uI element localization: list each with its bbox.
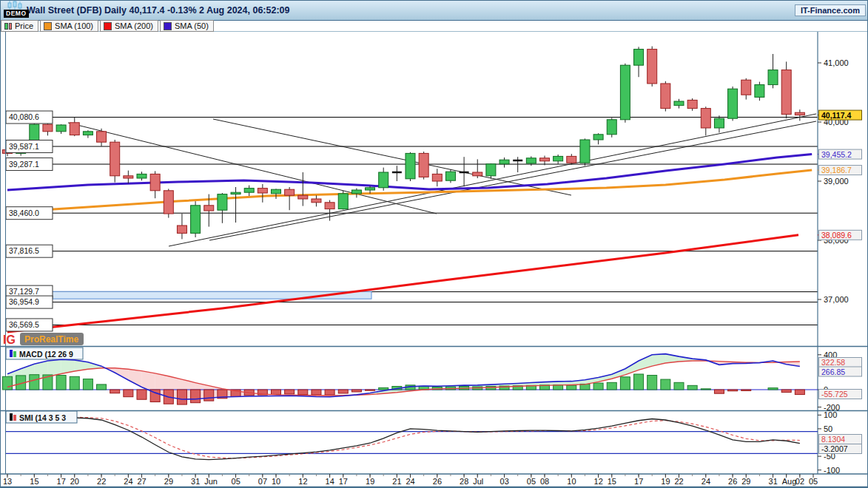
x-axis-label: 02: [795, 477, 804, 486]
macd-histogram-bar: [795, 390, 804, 395]
macd-histogram-bar: [177, 390, 186, 404]
macd-histogram-bar: [30, 375, 39, 390]
sma100-swatch-icon: [44, 22, 52, 30]
macd-histogram-bar: [634, 374, 644, 390]
svg-text:ProRealTime: ProRealTime: [24, 334, 78, 345]
svg-text:-100: -100: [824, 466, 840, 475]
x-axis-label: 22: [675, 477, 684, 486]
x-axis-label: 05: [232, 477, 240, 486]
x-axis-label: 07: [258, 477, 267, 486]
chart-title: Wall Street (DFB) Daily 40,117.4 -0.13% …: [27, 5, 290, 16]
x-axis-label: 08: [540, 477, 549, 486]
app-logo: DEMO: [0, 0, 25, 20]
macd-histogram-bar: [272, 390, 281, 394]
x-axis-label: 10: [567, 477, 576, 486]
macd-histogram-bar: [741, 390, 751, 390]
x-axis-label: 05: [809, 477, 818, 486]
x-axis-label: 24: [406, 477, 415, 486]
smi-label: SMI (14 3 5 3: [19, 413, 66, 422]
x-axis-label: 19: [366, 477, 374, 486]
x-axis-label: 24: [124, 477, 132, 486]
macd-histogram-bar: [714, 390, 724, 393]
x-axis-label: Aug: [782, 477, 797, 486]
svg-text:-55.725: -55.725: [821, 390, 848, 399]
macd-histogram-bar: [781, 390, 791, 393]
svg-text:37,000: 37,000: [824, 295, 849, 304]
macd-histogram-bar: [607, 382, 616, 390]
macd-histogram-bar: [3, 376, 13, 390]
indicator-legend: Price SMA (100) SMA (200) SMA (50): [1, 20, 214, 32]
x-axis-label: 22: [97, 477, 106, 486]
x-axis-label: 20: [70, 477, 79, 486]
site-link[interactable]: IT-Finance.com: [795, 4, 866, 16]
price-chart-canvas[interactable]: 40,080.639,587.139,287.138,460.037,816.5…: [0, 0, 868, 488]
sma50-swatch-icon: [164, 22, 172, 30]
macd-histogram-bar: [351, 390, 361, 392]
sma200-swatch-icon: [104, 22, 112, 30]
macd-histogram-bar: [312, 390, 321, 395]
candlestick-logo-icon: [7, 1, 23, 10]
x-axis-label: Jul: [473, 477, 483, 486]
x-axis-label: 03: [500, 477, 509, 486]
macd-histogram-bar: [674, 382, 684, 390]
macd-histogram-bar: [191, 390, 201, 403]
x-axis-label: 28: [460, 477, 468, 486]
demo-badge: DEMO: [4, 10, 29, 18]
macd-histogram-bar: [661, 379, 670, 390]
macd-histogram-bar: [325, 390, 334, 395]
svg-text:8.1304: 8.1304: [821, 435, 845, 444]
svg-text:36,569.5: 36,569.5: [9, 320, 39, 329]
svg-text:-3.2007: -3.2007: [821, 444, 848, 453]
macd-histogram-bar: [687, 385, 697, 390]
legend-chip-sma200[interactable]: SMA (200): [100, 20, 158, 32]
svg-text:40,080.6: 40,080.6: [9, 112, 39, 121]
legend-label: SMA (200): [115, 21, 153, 30]
legend-chip-sma50[interactable]: SMA (50): [160, 20, 214, 32]
svg-text:39,587.1: 39,587.1: [9, 142, 39, 151]
legend-label: SMA (50): [175, 21, 209, 30]
svg-text:322.58: 322.58: [821, 358, 845, 367]
svg-text:39,186.7: 39,186.7: [821, 166, 852, 174]
macd-histogram-bar: [70, 376, 79, 390]
macd-histogram-bar: [124, 390, 133, 397]
x-axis-label: 21: [392, 477, 401, 486]
svg-text:36,954.9: 36,954.9: [9, 297, 39, 306]
x-axis-label: 31: [769, 477, 778, 486]
macd-histogram-bar: [593, 383, 603, 390]
x-axis-label: 13: [3, 477, 12, 486]
legend-label: SMA (100): [55, 21, 93, 30]
x-axis-label: 17: [339, 477, 348, 486]
x-axis-label: 17: [634, 477, 643, 486]
x-axis-label: 14: [326, 477, 334, 486]
x-axis-label: 26: [433, 477, 442, 486]
macd-histogram-bar: [338, 390, 348, 393]
macd-histogram-bar: [137, 390, 147, 399]
prorealtime-logo[interactable]: ProRealTime: [20, 333, 84, 345]
svg-text:38,460.0: 38,460.0: [9, 209, 39, 217]
macd-histogram-bar: [285, 390, 295, 394]
svg-text:40,117.4: 40,117.4: [821, 111, 851, 120]
price-series-icon: [4, 23, 12, 30]
macd-label: MACD (12 26 9: [19, 350, 73, 359]
x-axis-label: 24: [702, 477, 710, 486]
macd-histogram-bar: [83, 379, 92, 390]
svg-text:37,129.7: 37,129.7: [9, 287, 39, 296]
macd-histogram-bar: [567, 385, 576, 390]
x-axis-label: 29: [164, 477, 173, 486]
svg-text:37,816.5: 37,816.5: [9, 246, 39, 255]
svg-text:39,287.1: 39,287.1: [9, 160, 39, 169]
legend-chip-sma100[interactable]: SMA (100): [40, 20, 98, 32]
macd-histogram-bar: [97, 384, 107, 390]
x-axis-label: 31: [191, 477, 200, 486]
titlebar: DEMO Wall Street (DFB) Daily 40,117.4 -0…: [0, 0, 868, 21]
macd-histogram-bar: [366, 390, 375, 390]
svg-text:266.85: 266.85: [821, 367, 845, 376]
macd-histogram-bar: [728, 390, 738, 391]
x-axis-label: 12: [594, 477, 603, 486]
svg-text:100: 100: [824, 410, 837, 419]
legend-chip-price[interactable]: Price: [1, 20, 38, 32]
x-axis-label: 05: [527, 477, 536, 486]
x-axis-label: 12: [298, 477, 307, 486]
macd-histogram-bar: [298, 390, 308, 395]
legend-label: Price: [15, 21, 33, 30]
